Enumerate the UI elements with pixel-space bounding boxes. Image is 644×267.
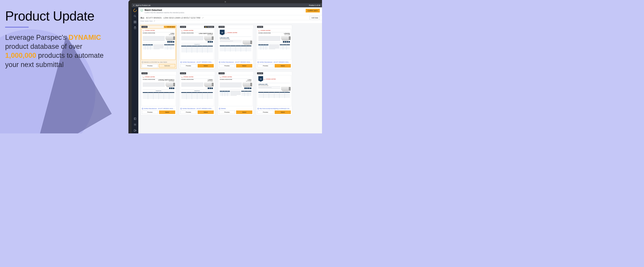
datasheet-thumbnail[interactable]: CSLITHONIA LIGHTING Lithonia LDN LED Com… xyxy=(257,75,291,106)
notes-row[interactable]: Enter Notes Here xyxy=(138,20,322,23)
check-circle-icon xyxy=(140,9,143,12)
edit-icon[interactable] xyxy=(202,17,204,19)
subtitle-highlight: 1,000,000 xyxy=(5,52,36,59)
lock-icon: 🔒 xyxy=(165,26,166,28)
card-actions: Preview Select xyxy=(256,63,292,69)
content-column: Match Datasheet Confirm that this datash… xyxy=(138,7,322,134)
preview-button[interactable]: Preview xyxy=(142,110,158,114)
preview-button[interactable]: Preview xyxy=(180,64,196,68)
select-button[interactable]: Select xyxy=(159,110,175,114)
card-head: 2 of 10 🔒7 all users xyxy=(179,25,215,28)
preview-button[interactable]: Preview xyxy=(219,110,235,114)
preview-button[interactable]: Preview xyxy=(258,110,274,114)
datasheet-card[interactable]: 5 of 10 LITHONIA LIGHTING FEATURES & SPE… xyxy=(140,72,176,115)
notes-placeholder: Enter Notes Here xyxy=(140,20,153,22)
crumb-brand: ACUITY BRANDS xyxy=(146,17,162,19)
card-actions: Preview Select xyxy=(256,110,292,115)
logo-icon[interactable] xyxy=(134,9,136,12)
subtitle: Leverage Parspec's DYNAMIC product datab… xyxy=(5,33,108,69)
select-button[interactable]: Select xyxy=(198,110,214,114)
select-button[interactable]: Select xyxy=(236,64,252,68)
back-button[interactable]: Back to Product List xyxy=(134,4,150,6)
info-icon: i xyxy=(180,108,182,109)
laptop-frame: Back to Product List Product 2 of 49 xyxy=(128,0,322,134)
preview-button[interactable]: Preview xyxy=(142,64,158,68)
datasheet-thumbnail[interactable]: CSLITHONIA LIGHTING Lithonia LDN LED Com… xyxy=(218,29,253,60)
meta-weblink[interactable]: iWeblink xyxy=(218,107,254,110)
subtitle-text: Leverage Parspec's xyxy=(5,34,68,41)
datasheet-thumbnail[interactable]: LITHONIA LIGHTING FEATURES & SPECIFICATI… xyxy=(218,75,253,106)
meta-selected: Selected on 8/31/2022 by Jolan Martin xyxy=(141,60,176,63)
preview-button[interactable]: Preview xyxy=(180,110,196,114)
lock-icon: 🔒 xyxy=(205,26,206,28)
meta-verified[interactable]: iVerified Manufacturer - ACUITY BRANDS H… xyxy=(256,60,292,63)
selected-button[interactable]: Selected xyxy=(159,64,175,68)
logout-icon[interactable] xyxy=(134,129,136,132)
index-pill: 2 of 10 xyxy=(180,26,186,28)
cards-area: 1 of 10 🔒110 all users LITHONIA LIGHTING… xyxy=(138,23,322,134)
edit-icon[interactable] xyxy=(154,20,155,22)
header-title: Match Datasheet xyxy=(144,9,184,12)
cards-grid: 1 of 10 🔒110 all users LITHONIA LIGHTING… xyxy=(140,25,320,115)
search-icon[interactable] xyxy=(134,15,136,18)
meta-verified[interactable]: iVerified Manufacturer - ACUITY BRANDS H… xyxy=(179,60,215,63)
users-pill: 🔒110 all users xyxy=(164,26,176,28)
preview-button[interactable]: Preview xyxy=(219,64,235,68)
datasheet-card[interactable]: 8 of 10 CSLITHONIA LIGHTING Lithonia LDN… xyxy=(256,72,292,115)
datasheet-thumbnail[interactable]: LITHONIA LIGHTING FEATURES & SPECIFICATI… xyxy=(180,29,214,60)
svg-point-10 xyxy=(135,124,136,125)
card-head: 4 of 10 xyxy=(256,25,292,28)
gear-icon[interactable] xyxy=(134,123,136,126)
svg-rect-2 xyxy=(134,21,135,22)
header-subtitle: Confirm that this datasheet matches the … xyxy=(144,12,184,14)
book-icon[interactable] xyxy=(134,117,136,120)
svg-point-0 xyxy=(134,15,136,17)
card-head: 5 of 10 xyxy=(141,72,176,74)
dashboard-icon[interactable] xyxy=(134,20,136,24)
confirm-button[interactable]: Confirm and A xyxy=(306,9,320,12)
title-underline xyxy=(5,27,28,28)
clipboard-icon[interactable] xyxy=(134,26,136,29)
card-head: 8 of 10 xyxy=(256,72,292,74)
card-actions: Preview Select xyxy=(141,110,176,115)
index-pill: 1 of 10 xyxy=(142,26,148,28)
card-actions: Preview Select xyxy=(218,63,254,69)
datasheet-card[interactable]: 2 of 10 🔒7 all users LITHONIA LIGHTING F… xyxy=(179,25,215,69)
card-actions: Preview Select xyxy=(179,63,215,69)
select-button[interactable]: Select xyxy=(275,110,291,114)
index-pill: 5 of 10 xyxy=(142,72,148,74)
meta-verified[interactable]: iVerified Manufacturer - ACUITY BRANDS H… xyxy=(218,60,254,63)
select-button[interactable]: Select xyxy=(198,64,214,68)
index-pill: 4 of 10 xyxy=(257,26,263,28)
topbar: Back to Product List Product 2 of 49 xyxy=(132,3,322,7)
datasheet-thumbnail[interactable]: LITHONIA LIGHTING FEATURES & SPECIFICATI… xyxy=(180,75,214,106)
product-counter: Product 2 of 49 xyxy=(309,4,320,6)
datasheet-thumbnail[interactable]: LITHONIA LIGHTING FEATURES & SPECIFICATI… xyxy=(257,29,291,60)
svg-line-1 xyxy=(136,16,136,17)
datasheet-card[interactable]: 6 of 10 LITHONIA LIGHTING FEATURES & SPE… xyxy=(179,72,215,115)
info-icon: i xyxy=(258,62,259,63)
info-icon: i xyxy=(258,108,259,109)
select-button[interactable]: Select xyxy=(275,64,291,68)
meta-verified[interactable]: iVerified Manufacturer - ACUITY BRANDS H… xyxy=(179,107,215,110)
preview-button[interactable]: Preview xyxy=(258,64,274,68)
page-title: Product Update xyxy=(5,9,119,23)
chevron-left-icon xyxy=(134,4,135,6)
datasheet-thumbnail[interactable]: LITHONIA LIGHTING FEATURES & SPECIFICATI… xyxy=(142,29,176,60)
datasheet-card[interactable]: 3 of 10 CSLITHONIA LIGHTING Lithonia LDN… xyxy=(218,25,254,69)
meta-url[interactable]: ihttp://www.acuitybrandslighting.com/lib… xyxy=(256,107,292,110)
svg-rect-5 xyxy=(135,22,136,23)
add-data-button[interactable]: Add Data xyxy=(310,16,320,20)
datasheet-card[interactable]: 7 of 10 LITHONIA LIGHTING FEATURES & SPE… xyxy=(218,72,254,115)
index-pill: 6 of 10 xyxy=(180,72,186,74)
datasheet-card[interactable]: 4 of 10 LITHONIA LIGHTING FEATURES & SPE… xyxy=(256,25,292,69)
subtitle-text: product database of over xyxy=(5,42,82,50)
meta-verified[interactable]: iVerified Manufacturer - ACUITY BRANDS H… xyxy=(141,107,176,110)
select-button[interactable]: Select xyxy=(236,110,252,114)
datasheet-card[interactable]: 1 of 10 🔒110 all users LITHONIA LIGHTING… xyxy=(140,25,176,69)
back-label: Back to Product List xyxy=(136,4,150,6)
datasheet-thumbnail[interactable]: LITHONIA LIGHTING FEATURES & SPECIFICATI… xyxy=(142,75,176,106)
svg-rect-8 xyxy=(134,118,136,120)
laptop-mock: Back to Product List Product 2 of 49 xyxy=(128,0,322,134)
app-screen: Back to Product List Product 2 of 49 xyxy=(132,3,322,134)
